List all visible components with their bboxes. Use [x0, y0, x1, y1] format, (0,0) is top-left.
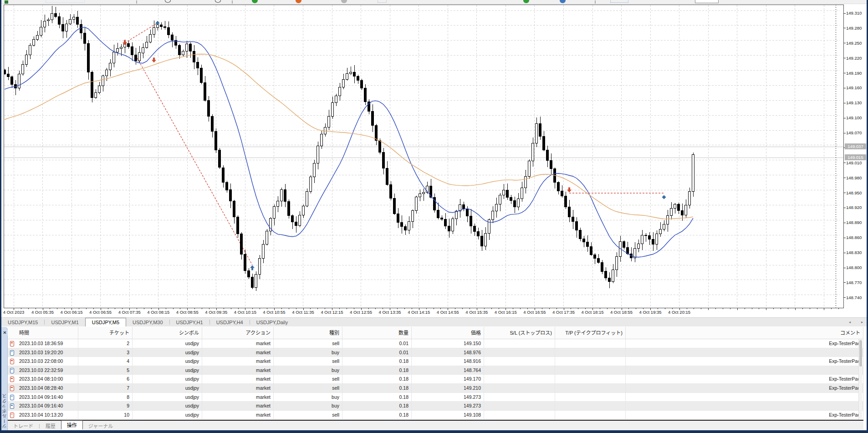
- cell-symbol: usdjpy: [133, 375, 202, 384]
- cell-tp: [555, 375, 626, 384]
- column-header-tp[interactable]: T/P (テイクプロフィット): [555, 327, 626, 339]
- cell-ticket: 5: [78, 366, 133, 375]
- chart-tab-usdjpy-m30[interactable]: USDJPY,M30: [126, 318, 169, 326]
- time-axis-label: 4 Oct 19:35: [639, 310, 662, 315]
- trade-marker-sell: [567, 188, 572, 193]
- time-tick: [694, 308, 694, 309]
- deal-row-ticket-6[interactable]: 2023.10.04 08:10:006usdjpymarketsell0.18…: [8, 375, 863, 384]
- deal-doc-icon-sell: [10, 377, 14, 382]
- toolbox-tab-0[interactable]: トレード: [8, 421, 39, 430]
- time-tick: [701, 308, 701, 309]
- speed-input[interactable]: [695, 0, 719, 3]
- time-tick: [527, 308, 528, 309]
- toolbox-close-button[interactable]: ✕: [2, 330, 8, 336]
- cell-sl: [484, 411, 555, 420]
- cell-comment: Exp-TesterPad: [626, 357, 863, 366]
- selection-box-icon[interactable]: [46, 0, 85, 3]
- pause-icon[interactable]: [341, 0, 347, 3]
- chart-tab-usdjpy-m5[interactable]: USDJPY,M5: [85, 318, 126, 326]
- chart-tab-usdjpy-h1[interactable]: USDJPY,H1: [170, 318, 209, 326]
- time-tick: [643, 308, 643, 309]
- column-header-ticket[interactable]: チケット: [78, 327, 133, 339]
- time-tick: [658, 308, 658, 309]
- cell-time: 2023.10.03 18:36:59: [16, 339, 78, 348]
- time-tick: [440, 308, 441, 309]
- cell-volume: 0.18: [342, 375, 412, 384]
- candlestick-chart[interactable]: [4, 5, 844, 308]
- time-tick: [122, 308, 123, 309]
- chart-pane[interactable]: 149.310149.280149.250149.220149.190149.1…: [0, 4, 868, 317]
- play-icon[interactable]: [252, 0, 258, 3]
- price-axis-label: 149.160: [846, 85, 867, 90]
- tab-scroll-right-icon[interactable]: ▸: [861, 320, 863, 324]
- time-tick: [361, 308, 362, 310]
- column-header-comment[interactable]: コメント: [626, 327, 863, 339]
- time-tick: [564, 308, 564, 310]
- cursor-tool-icon[interactable]: [165, 0, 171, 3]
- time-tick: [115, 308, 115, 309]
- speed-icon[interactable]: [610, 0, 628, 3]
- grid-icon[interactable]: [378, 0, 387, 3]
- chart-tab-usdjpy-h4[interactable]: USDJPY,H4: [210, 318, 250, 326]
- column-header-volume[interactable]: 数量: [342, 327, 412, 339]
- time-axis-label: 4 Oct 10:15: [234, 310, 256, 315]
- deal-row-ticket-8[interactable]: 2023.10.04 09:16:408usdjpymarketbuy0.181…: [8, 393, 863, 402]
- skip-icon[interactable]: [560, 0, 566, 3]
- column-header-sl[interactable]: S/L (ストップロス): [484, 327, 555, 339]
- time-tick: [404, 308, 405, 309]
- time-tick: [448, 308, 448, 310]
- deal-row-ticket-5[interactable]: 2023.10.03 22:32:595usdjpymarketbuy0.181…: [8, 366, 863, 375]
- cell-symbol: usdjpy: [133, 393, 202, 402]
- toolbox-tab-2[interactable]: 操作: [61, 420, 83, 430]
- price-tick: [843, 253, 846, 253]
- column-header-action[interactable]: アクション: [202, 327, 274, 339]
- cell-price: 148.976: [412, 348, 484, 357]
- deal-row-ticket-4[interactable]: 2023.10.03 22:08:004usdjpymarketsell0.18…: [8, 357, 863, 366]
- table-scrollbar[interactable]: [858, 339, 862, 420]
- deal-row-ticket-7[interactable]: 2023.10.04 08:28:407usdjpymarketsell0.18…: [8, 384, 863, 393]
- cell-action: market: [202, 357, 274, 366]
- crosshair-icon[interactable]: [5, 0, 8, 4]
- deal-row-ticket-10[interactable]: 2023.10.04 10:13:2010usdjpymarketsell0.1…: [8, 411, 863, 420]
- cell-type: sell: [274, 411, 342, 420]
- line-tool-icon[interactable]: [215, 0, 221, 3]
- chart-tab-usdjpy-m15[interactable]: USDJPY,M15: [1, 318, 44, 326]
- time-tick: [354, 308, 354, 309]
- deal-row-ticket-2[interactable]: 2023.10.03 18:36:592usdjpymarketsell0.01…: [8, 339, 863, 348]
- price-axis-label: 148.800: [846, 265, 867, 270]
- chart-tab-usdjpy-daily[interactable]: USDJPY,Daily: [250, 318, 295, 326]
- cell-ticket: 6: [78, 375, 133, 384]
- time-tick: [426, 308, 427, 309]
- time-tick: [513, 308, 513, 309]
- time-axis-label: 4 Oct 15:35: [465, 310, 488, 315]
- time-tick: [679, 308, 680, 310]
- deal-row-ticket-9[interactable]: 2023.10.04 09:16:409usdjpymarketbuy0.181…: [8, 402, 863, 411]
- time-tick: [773, 308, 774, 309]
- price-tick: [843, 178, 846, 178]
- chart-tab-usdjpy-m1[interactable]: USDJPY,M1: [45, 318, 85, 326]
- column-header-type[interactable]: 種別: [274, 327, 342, 339]
- window-bottom-edge: [0, 430, 868, 433]
- column-header-symbol[interactable]: シンボル: [133, 327, 202, 339]
- stop-icon[interactable]: [296, 0, 301, 3]
- price-axis-label: 149.010: [846, 160, 867, 165]
- tab-scroll-left-icon[interactable]: ◂: [849, 320, 851, 324]
- slow-ma-line: [5, 54, 693, 219]
- toolbox-tab-1[interactable]: 履歴: [40, 421, 61, 430]
- price-axis-label: 149.280: [846, 25, 867, 31]
- cell-type: buy: [274, 402, 342, 411]
- cell-volume: 0.01: [342, 348, 412, 357]
- price-tick: [843, 103, 846, 103]
- time-tick: [194, 308, 195, 309]
- cell-comment: Exp-TesterPad: [626, 411, 863, 420]
- start-icon[interactable]: [523, 0, 529, 3]
- cell-sl: [484, 339, 555, 348]
- time-tick: [310, 308, 311, 309]
- column-header-time[interactable]: 時間: [16, 327, 78, 339]
- deal-row-ticket-3[interactable]: 2023.10.03 19:20:203usdjpymarketbuy0.011…: [8, 348, 863, 357]
- toolbox-tab-3[interactable]: ジャーナル: [83, 421, 118, 430]
- time-tick: [209, 308, 209, 309]
- time-tick: [817, 308, 817, 309]
- column-header-price[interactable]: 価格: [412, 327, 484, 339]
- table-scrollbar-thumb[interactable]: [859, 340, 862, 367]
